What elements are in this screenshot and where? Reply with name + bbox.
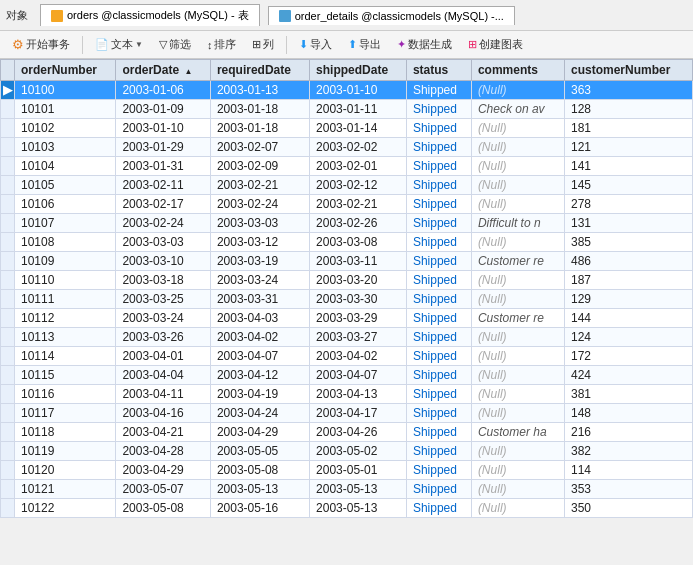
filter-button[interactable]: ▽ 筛选: [153, 34, 197, 55]
table-row[interactable]: 101192003-04-282003-05-052003-05-02Shipp…: [1, 442, 693, 461]
cell-comments: (Null): [471, 499, 564, 518]
row-marker-cell: [1, 157, 15, 176]
col-header-orderDate[interactable]: orderDate ▲: [116, 60, 211, 81]
cell-customerNumber: 131: [564, 214, 692, 233]
data-table-container[interactable]: orderNumber orderDate ▲ requiredDate shi…: [0, 59, 693, 565]
tab-orders[interactable]: orders @classicmodels (MySQL) - 表: [40, 4, 260, 26]
cell-shippedDate: 2003-05-01: [310, 461, 407, 480]
col-header-shippedDate[interactable]: shippedDate: [310, 60, 407, 81]
window-tab-bar: 对象 orders @classicmodels (MySQL) - 表 ord…: [0, 0, 693, 31]
cell-requiredDate: 2003-04-07: [210, 347, 309, 366]
col-header-status[interactable]: status: [406, 60, 471, 81]
cell-requiredDate: 2003-05-05: [210, 442, 309, 461]
col-header-requiredDate[interactable]: requiredDate: [210, 60, 309, 81]
table-row[interactable]: 101132003-03-262003-04-022003-03-27Shipp…: [1, 328, 693, 347]
cell-comments: Customer re: [471, 252, 564, 271]
cell-orderDate: 2003-04-01: [116, 347, 211, 366]
cell-shippedDate: 2003-02-02: [310, 138, 407, 157]
toolbar-separator-1: [82, 36, 83, 54]
cell-orderDate: 2003-04-21: [116, 423, 211, 442]
table-row[interactable]: 101202003-04-292003-05-082003-05-01Shipp…: [1, 461, 693, 480]
cell-customerNumber: 144: [564, 309, 692, 328]
create-table-button[interactable]: ⊞ 创建图表: [462, 34, 529, 55]
row-marker-cell: [1, 309, 15, 328]
cell-customerNumber: 181: [564, 119, 692, 138]
table-row[interactable]: 101062003-02-172003-02-242003-02-21Shipp…: [1, 195, 693, 214]
text-button[interactable]: 📄 文本 ▼: [89, 34, 149, 55]
table-row[interactable]: 101142003-04-012003-04-072003-04-02Shipp…: [1, 347, 693, 366]
cell-status: Shipped: [406, 252, 471, 271]
cell-status: Shipped: [406, 385, 471, 404]
cell-comments: Customer re: [471, 309, 564, 328]
toolbar-separator-2: [286, 36, 287, 54]
table-row[interactable]: 101212003-05-072003-05-132003-05-13Shipp…: [1, 480, 693, 499]
col-header-comments[interactable]: comments: [471, 60, 564, 81]
cell-comments: (Null): [471, 442, 564, 461]
cell-requiredDate: 2003-05-13: [210, 480, 309, 499]
export-button[interactable]: ⬆ 导出: [342, 34, 387, 55]
cell-orderNumber: 10104: [15, 157, 116, 176]
cell-comments: (Null): [471, 404, 564, 423]
col-header-customerNumber[interactable]: customerNumber: [564, 60, 692, 81]
col-header-orderNumber[interactable]: orderNumber: [15, 60, 116, 81]
cell-customerNumber: 424: [564, 366, 692, 385]
table-body: ▶101002003-01-062003-01-132003-01-10Ship…: [1, 81, 693, 518]
import-button[interactable]: ⬇ 导入: [293, 34, 338, 55]
cell-orderNumber: 10107: [15, 214, 116, 233]
sort-button[interactable]: ↕ 排序: [201, 34, 243, 55]
table-row[interactable]: 101182003-04-212003-04-292003-04-26Shipp…: [1, 423, 693, 442]
cell-orderNumber: 10113: [15, 328, 116, 347]
cell-shippedDate: 2003-02-21: [310, 195, 407, 214]
table-row[interactable]: 101112003-03-252003-03-312003-03-30Shipp…: [1, 290, 693, 309]
cell-requiredDate: 2003-03-19: [210, 252, 309, 271]
table-row[interactable]: 101102003-03-182003-03-242003-03-20Shipp…: [1, 271, 693, 290]
cell-customerNumber: 172: [564, 347, 692, 366]
cell-orderDate: 2003-05-08: [116, 499, 211, 518]
cell-status: Shipped: [406, 81, 471, 100]
table-row[interactable]: 101012003-01-092003-01-182003-01-11Shipp…: [1, 100, 693, 119]
grid-button[interactable]: ⊞ 列: [246, 34, 280, 55]
cell-status: Shipped: [406, 138, 471, 157]
table-row[interactable]: 101032003-01-292003-02-072003-02-02Shipp…: [1, 138, 693, 157]
table-row[interactable]: 101222003-05-082003-05-162003-05-13Shipp…: [1, 499, 693, 518]
cell-orderDate: 2003-03-26: [116, 328, 211, 347]
cell-orderNumber: 10112: [15, 309, 116, 328]
generate-button[interactable]: ✦ 数据生成: [391, 34, 458, 55]
row-marker-cell: [1, 461, 15, 480]
table-row[interactable]: 101172003-04-162003-04-242003-04-17Shipp…: [1, 404, 693, 423]
text-icon: 📄: [95, 38, 109, 51]
cell-status: Shipped: [406, 176, 471, 195]
table-row[interactable]: 101152003-04-042003-04-122003-04-07Shipp…: [1, 366, 693, 385]
cell-comments: (Null): [471, 328, 564, 347]
cell-orderDate: 2003-03-25: [116, 290, 211, 309]
row-marker-cell: [1, 385, 15, 404]
cell-shippedDate: 2003-04-13: [310, 385, 407, 404]
begin-transaction-button[interactable]: ⚙ 开始事务: [6, 34, 76, 55]
data-table: orderNumber orderDate ▲ requiredDate shi…: [0, 59, 693, 518]
table-row[interactable]: ▶101002003-01-062003-01-132003-01-10Ship…: [1, 81, 693, 100]
tab-order-details[interactable]: order_details @classicmodels (MySQL) -..…: [268, 6, 515, 25]
import-icon: ⬇: [299, 38, 308, 51]
cell-orderDate: 2003-04-16: [116, 404, 211, 423]
cell-status: Shipped: [406, 195, 471, 214]
table-row[interactable]: 101162003-04-112003-04-192003-04-13Shipp…: [1, 385, 693, 404]
table-row[interactable]: 101092003-03-102003-03-192003-03-11Shipp…: [1, 252, 693, 271]
table-row[interactable]: 101072003-02-242003-03-032003-02-26Shipp…: [1, 214, 693, 233]
tab-order-details-label: order_details @classicmodels (MySQL) -..…: [295, 10, 504, 22]
cell-orderNumber: 10120: [15, 461, 116, 480]
cell-requiredDate: 2003-04-12: [210, 366, 309, 385]
table-row[interactable]: 101042003-01-312003-02-092003-02-01Shipp…: [1, 157, 693, 176]
cell-orderDate: 2003-02-11: [116, 176, 211, 195]
cell-status: Shipped: [406, 366, 471, 385]
row-marker-cell: [1, 233, 15, 252]
table-row[interactable]: 101022003-01-102003-01-182003-01-14Shipp…: [1, 119, 693, 138]
table-row[interactable]: 101082003-03-032003-03-122003-03-08Shipp…: [1, 233, 693, 252]
cell-customerNumber: 129: [564, 290, 692, 309]
table-row[interactable]: 101122003-03-242003-04-032003-03-29Shipp…: [1, 309, 693, 328]
table-row[interactable]: 101052003-02-112003-02-212003-02-12Shipp…: [1, 176, 693, 195]
grid-icon: ⊞: [252, 38, 261, 51]
cell-requiredDate: 2003-02-09: [210, 157, 309, 176]
cell-comments: Check on av: [471, 100, 564, 119]
cell-customerNumber: 486: [564, 252, 692, 271]
cell-customerNumber: 124: [564, 328, 692, 347]
